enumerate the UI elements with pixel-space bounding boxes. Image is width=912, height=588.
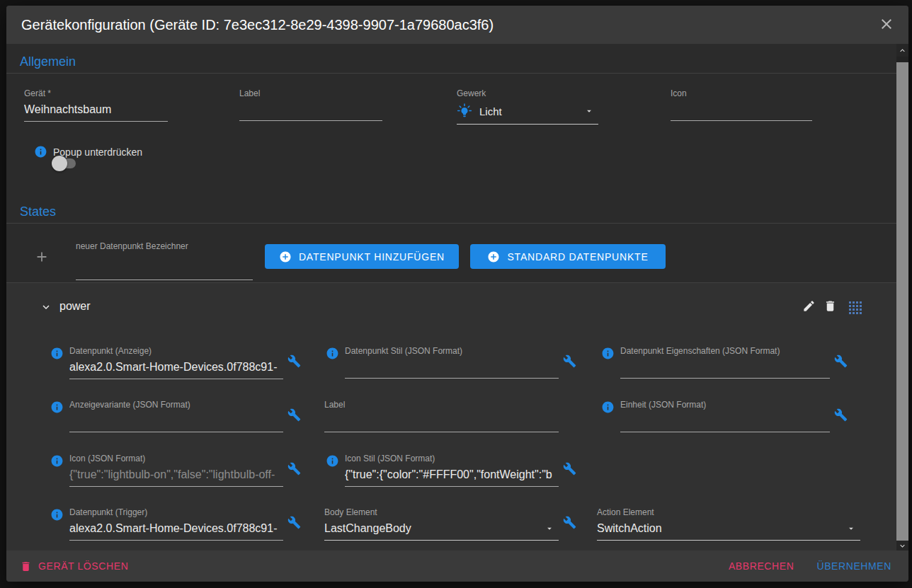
- field-anzeigevariante: Anzeigevariante (JSON Format): [50, 400, 301, 432]
- field-label: Body Element: [324, 507, 559, 517]
- wrench-icon[interactable]: [834, 408, 848, 422]
- info-icon[interactable]: [50, 347, 64, 360]
- standard-datapoints-button-label: STANDARD DATENPUNKTE: [507, 251, 648, 263]
- collapse-chevron-icon[interactable]: [40, 301, 52, 313]
- info-icon[interactable]: [601, 347, 615, 360]
- field-label: Datenpunkt (Anzeige): [69, 346, 283, 356]
- field-datenpunkt-anzeige: Datenpunkt (Anzeige): [50, 346, 301, 379]
- chevron-down-icon: [545, 524, 554, 534]
- field-label: Icon Stil (JSON Format): [345, 454, 559, 463]
- close-icon[interactable]: [878, 16, 895, 33]
- field-label: Datenpunkt (Trigger): [69, 507, 283, 517]
- wrench-icon[interactable]: [834, 354, 848, 368]
- info-icon[interactable]: [50, 508, 64, 521]
- datenpunkt-stil-input[interactable]: [345, 359, 559, 379]
- delete-device-button[interactable]: GERÄT LÖSCHEN: [20, 560, 128, 572]
- edit-pencil-icon[interactable]: [802, 299, 816, 313]
- gewerk-field: Gewerk Licht: [457, 88, 598, 125]
- geraet-label: Gerät *: [24, 88, 168, 98]
- label-field: Label: [239, 88, 382, 121]
- wrench-icon[interactable]: [563, 354, 576, 368]
- info-icon[interactable]: [34, 145, 47, 158]
- apply-button[interactable]: ÜBERNEHMEN: [816, 560, 891, 572]
- dialog-titlebar: Gerätekonfiguration (Geräte ID: 7e3ec312…: [6, 6, 908, 44]
- icon-json-input[interactable]: [69, 466, 283, 487]
- field-datenpunkt-stil: Datenpunkt Stil (JSON Format): [326, 346, 576, 379]
- info-icon[interactable]: [326, 454, 339, 468]
- field-label: Anzeigevariante (JSON Format): [69, 400, 283, 410]
- standard-datapoints-button[interactable]: STANDARD DATENPUNKTE: [470, 244, 666, 269]
- scrollbar-thumb[interactable]: [896, 62, 908, 541]
- field-label: Label: [324, 400, 559, 410]
- datenpunkt-trigger-input[interactable]: [69, 520, 283, 541]
- icon-stil-input[interactable]: [345, 466, 559, 487]
- info-icon[interactable]: [50, 400, 64, 414]
- datenpunkt-anzeige-input[interactable]: [69, 359, 283, 379]
- geraet-field: Gerät *: [24, 88, 168, 122]
- field-label: Icon (JSON Format): [69, 454, 283, 463]
- add-circle-icon: [487, 250, 500, 263]
- field-datenpunkt-trigger: Datenpunkt (Trigger): [50, 507, 301, 541]
- label-input[interactable]: [239, 101, 382, 121]
- gewerk-select[interactable]: Licht: [457, 101, 598, 125]
- wrench-icon[interactable]: [287, 516, 301, 529]
- scroll-down-button[interactable]: [896, 541, 908, 550]
- geraet-input[interactable]: [24, 101, 168, 122]
- icon-input[interactable]: [671, 101, 812, 121]
- toggle-thumb: [52, 156, 67, 171]
- info-icon[interactable]: [601, 400, 615, 414]
- drag-handle-icon[interactable]: [849, 301, 862, 314]
- popup-suppress-toggle[interactable]: [52, 156, 77, 171]
- field-state-label: Label: [324, 400, 559, 432]
- field-datenpunkt-eigenschaften: Datenpunkt Eigenschaften (JSON Format): [601, 346, 848, 379]
- field-body-element: Body Element LastChangeBody: [324, 507, 576, 541]
- info-icon[interactable]: [50, 454, 64, 468]
- section-heading-allgemein: Allgemein: [20, 54, 76, 69]
- dialog-title: Gerätekonfiguration (Geräte ID: 7e3ec312…: [21, 6, 494, 44]
- field-label: Action Element: [597, 507, 860, 517]
- datenpunkt-eigenschaften-input[interactable]: [620, 359, 830, 379]
- chevron-down-icon: [846, 524, 856, 534]
- divider: [6, 73, 896, 74]
- field-einheit: Einheit (JSON Format): [601, 400, 848, 432]
- chevron-down-icon: [584, 106, 594, 116]
- cancel-button[interactable]: ABBRECHEN: [729, 560, 794, 572]
- add-datapoint-button-label: DATENPUNKT HINZUFÜGEN: [299, 251, 445, 263]
- wrench-icon[interactable]: [287, 408, 301, 422]
- wrench-icon[interactable]: [287, 354, 301, 368]
- icon-field: Icon: [671, 88, 812, 121]
- body-element-select[interactable]: LastChangeBody: [324, 520, 559, 541]
- einheit-input[interactable]: [620, 413, 830, 432]
- divider: [6, 223, 896, 224]
- gewerk-label: Gewerk: [457, 88, 598, 98]
- dialog-footer: GERÄT LÖSCHEN ABBRECHEN ÜBERNEHMEN: [6, 550, 908, 582]
- icon-label: Icon: [671, 88, 812, 98]
- info-icon[interactable]: [326, 347, 339, 360]
- field-label: Datenpunkt Eigenschaften (JSON Format): [620, 346, 830, 356]
- device-config-dialog: Gerätekonfiguration (Geräte ID: 7e3ec312…: [6, 6, 908, 582]
- new-datapoint-label: neuer Datenpunkt Bezeichner: [76, 241, 253, 251]
- scrollbar: [896, 44, 908, 550]
- wrench-icon[interactable]: [563, 516, 576, 529]
- anzeigevariante-input[interactable]: [69, 413, 283, 432]
- gewerk-value: Licht: [479, 105, 584, 117]
- section-heading-states: States: [20, 204, 56, 219]
- lightbulb-icon: [457, 103, 472, 119]
- delete-device-label: GERÄT LÖSCHEN: [38, 560, 128, 572]
- action-element-select[interactable]: SwitchAction: [597, 520, 860, 541]
- add-icon[interactable]: [34, 249, 50, 265]
- delete-trash-icon[interactable]: [823, 299, 837, 313]
- field-label: Datenpunkt Stil (JSON Format): [345, 346, 559, 356]
- add-datapoint-button[interactable]: DATENPUNKT HINZUFÜGEN: [265, 244, 459, 269]
- delete-trash-icon: [20, 560, 32, 572]
- new-datapoint-input[interactable]: [76, 254, 253, 280]
- label-label: Label: [239, 88, 382, 98]
- field-label: Einheit (JSON Format): [620, 400, 830, 410]
- scroll-up-button[interactable]: [896, 44, 908, 57]
- field-icon-json: Icon (JSON Format): [50, 454, 301, 487]
- add-circle-icon: [279, 250, 292, 263]
- action-element-value: SwitchAction: [597, 522, 846, 535]
- wrench-icon[interactable]: [563, 462, 576, 475]
- wrench-icon[interactable]: [287, 462, 301, 475]
- state-label-input[interactable]: [324, 413, 559, 432]
